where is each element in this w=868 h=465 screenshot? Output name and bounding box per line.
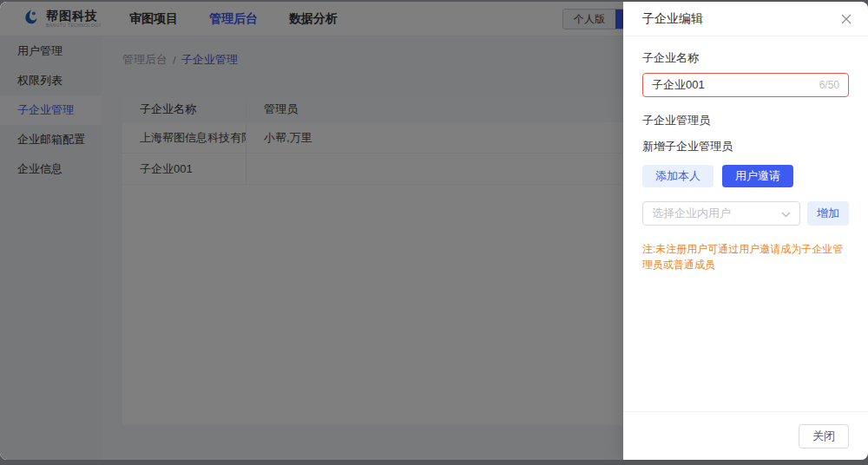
- add-self-button[interactable]: 添加本人: [642, 165, 713, 187]
- admin-section-label: 子企业管理员: [642, 113, 849, 128]
- drawer-title: 子企业编辑: [642, 11, 703, 27]
- add-user-button[interactable]: 增加: [807, 201, 849, 226]
- invite-user-button[interactable]: 用户邀请: [722, 165, 793, 187]
- select-placeholder: 选择企业内用户: [652, 206, 731, 221]
- close-drawer-button[interactable]: 关闭: [799, 424, 849, 449]
- drawer-footer: 关闭: [623, 411, 868, 460]
- new-admin-label: 新增子企业管理员: [642, 139, 849, 154]
- enterprise-user-select[interactable]: 选择企业内用户: [642, 201, 800, 226]
- user-select-row: 选择企业内用户 增加: [642, 201, 849, 226]
- close-icon[interactable]: [837, 10, 856, 29]
- name-input[interactable]: 子企业001 6/50: [642, 73, 849, 97]
- drawer-body: 子企业名称 子企业001 6/50 子企业管理员 新增子企业管理员 添加本人 用…: [623, 36, 868, 411]
- name-field-label: 子企业名称: [642, 50, 849, 66]
- name-input-value: 子企业001: [652, 77, 705, 93]
- char-counter: 6/50: [819, 79, 839, 91]
- sub-enterprise-edit-drawer: 子企业编辑 子企业名称 子企业001 6/50 子企业管理员 新增子企业管理员 …: [623, 2, 868, 460]
- chevron-down-icon: [781, 206, 791, 221]
- admin-action-buttons: 添加本人 用户邀请: [642, 165, 849, 187]
- app-window: 帮图科技 BANGTU TECHNOLOGY 审图项目 管理后台 数据分析 个人…: [0, 2, 868, 460]
- invite-note: 注:未注册用户可通过用户邀请成为子企业管理员或普通成员: [642, 241, 849, 272]
- drawer-header: 子企业编辑: [623, 2, 868, 36]
